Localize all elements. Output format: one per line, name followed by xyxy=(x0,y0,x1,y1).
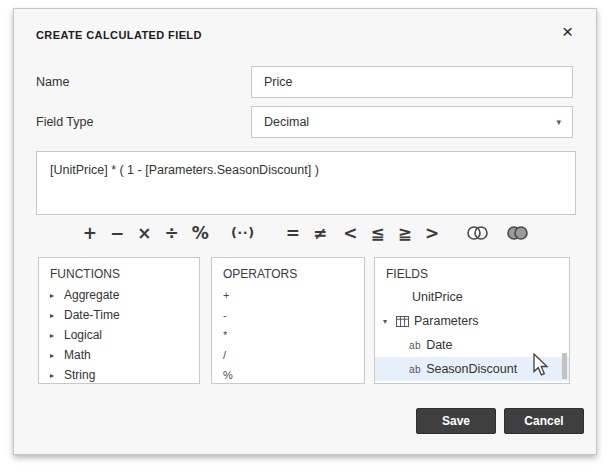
functions-panel-header: FUNCTIONS xyxy=(50,267,199,281)
less-than-operator-button[interactable]: < xyxy=(343,218,357,248)
not-equal-operator-button[interactable]: ≠ xyxy=(313,218,327,248)
string-type-icon: ab xyxy=(409,340,421,351)
functions-panel: FUNCTIONS ▸ Aggregate ▸ Date-Time ▸ Logi… xyxy=(38,257,200,384)
equal-operator-button[interactable]: = xyxy=(286,218,300,248)
field-label: UnitPrice xyxy=(412,290,463,304)
operators-panel: OPERATORS + - * / % xyxy=(211,257,365,384)
less-or-equal-operator-button[interactable]: ≦ xyxy=(370,218,384,248)
field-item-parameters[interactable]: ▾ Parameters xyxy=(375,309,569,333)
expression-editor[interactable]: [UnitPrice] * ( 1 - [Parameters.SeasonDi… xyxy=(36,151,576,215)
function-category-logical[interactable]: ▸ Logical xyxy=(39,325,199,345)
create-calculated-field-dialog: CREATE CALCULATED FIELD × Name Field Typ… xyxy=(13,8,597,455)
expand-right-icon[interactable]: ▸ xyxy=(50,331,64,340)
function-category-date-time[interactable]: ▸ Date-Time xyxy=(39,305,199,325)
operator-item-plus[interactable]: + xyxy=(212,285,364,305)
chevron-down-icon: ▾ xyxy=(556,117,561,127)
function-category-string[interactable]: ▸ String xyxy=(39,365,199,384)
name-input[interactable] xyxy=(251,66,573,98)
greater-than-operator-button[interactable]: > xyxy=(425,218,439,248)
function-category-aggregate[interactable]: ▸ Aggregate xyxy=(39,285,199,305)
expand-right-icon[interactable]: ▸ xyxy=(50,291,64,300)
operator-toolbar: + − × ÷ % (··) = ≠ < ≦ ≧ > xyxy=(14,216,598,250)
field-item-date[interactable]: ab Date xyxy=(375,333,569,357)
function-category-math[interactable]: ▸ Math xyxy=(39,345,199,365)
field-item-unitprice[interactable]: UnitPrice xyxy=(375,285,569,309)
plus-operator-button[interactable]: + xyxy=(83,218,97,248)
expand-right-icon[interactable]: ▸ xyxy=(50,311,64,320)
field-type-label: Field Type xyxy=(36,115,93,129)
greater-or-equal-operator-button[interactable]: ≧ xyxy=(398,218,412,248)
operator-item-minus[interactable]: - xyxy=(212,305,364,325)
cancel-button[interactable]: Cancel xyxy=(504,408,584,434)
fields-panel-header: FIELDS xyxy=(386,267,569,281)
percent-operator-button[interactable]: % xyxy=(192,218,209,248)
function-category-label: Date-Time xyxy=(64,308,120,322)
function-category-label: Logical xyxy=(64,328,102,342)
function-category-label: Math xyxy=(64,348,91,362)
expand-down-icon[interactable]: ▾ xyxy=(383,317,396,326)
divide-operator-button[interactable]: ÷ xyxy=(165,218,179,248)
field-item-seasondiscount[interactable]: ab SeasonDiscount xyxy=(375,357,569,381)
function-category-label: Aggregate xyxy=(64,288,119,302)
intersect-icon[interactable] xyxy=(466,225,489,241)
operators-panel-header: OPERATORS xyxy=(223,267,364,281)
operator-item-divide[interactable]: / xyxy=(212,345,364,365)
field-label: Parameters xyxy=(414,314,479,328)
fields-panel: FIELDS UnitPrice ▾ Parameters ab xyxy=(374,257,570,384)
field-label: SeasonDiscount xyxy=(426,362,517,376)
field-label: Date xyxy=(426,338,452,352)
field-type-value: Decimal xyxy=(264,115,309,129)
string-type-icon: ab xyxy=(409,364,421,375)
operator-item-modulo[interactable]: % xyxy=(212,365,364,384)
expand-right-icon[interactable]: ▸ xyxy=(50,371,64,380)
operator-item-multiply[interactable]: * xyxy=(212,325,364,345)
union-icon[interactable] xyxy=(506,225,529,241)
parentheses-operator-button[interactable]: (··) xyxy=(231,218,255,248)
save-button[interactable]: Save xyxy=(416,408,496,434)
minus-operator-button[interactable]: − xyxy=(110,218,124,248)
close-icon[interactable]: × xyxy=(562,22,573,41)
fields-scrollbar-thumb[interactable] xyxy=(562,353,567,379)
multiply-operator-button[interactable]: × xyxy=(137,218,151,248)
page-background: CREATE CALCULATED FIELD × Name Field Typ… xyxy=(0,0,610,472)
expand-right-icon[interactable]: ▸ xyxy=(50,351,64,360)
expression-text: [UnitPrice] * ( 1 - [Parameters.SeasonDi… xyxy=(50,163,319,177)
dialog-title: CREATE CALCULATED FIELD xyxy=(36,29,202,41)
table-icon xyxy=(396,316,409,327)
name-label: Name xyxy=(36,75,69,89)
function-category-label: String xyxy=(64,368,95,382)
field-type-select[interactable]: Decimal ▾ xyxy=(251,106,573,138)
